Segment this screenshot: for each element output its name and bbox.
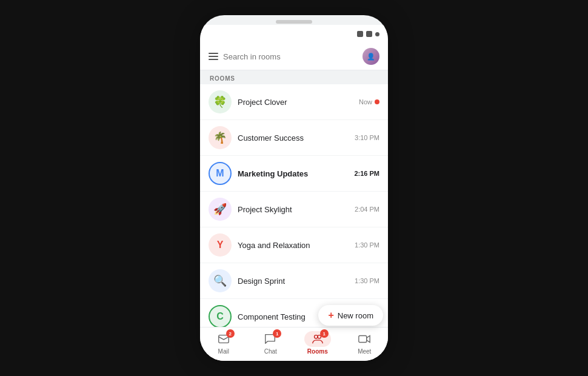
nav-icon-mail: 2	[210, 331, 237, 347]
room-item[interactable]: 🔍Design Sprint1:30 PM	[200, 263, 388, 299]
room-item[interactable]: 🌴Customer Success3:10 PM	[200, 120, 388, 156]
status-icon-2	[366, 31, 372, 37]
status-bar	[200, 25, 388, 43]
phone-notch	[276, 20, 312, 24]
room-info: Project Clover	[238, 96, 353, 107]
room-name: Project Clover	[238, 98, 287, 107]
room-avatar: C	[209, 305, 232, 328]
svg-rect-3	[359, 336, 367, 343]
new-room-fab-label: New room	[338, 311, 373, 320]
nav-badge-rooms: 1	[320, 329, 329, 338]
room-item[interactable]: 🍀Project CloverNow	[200, 84, 388, 120]
room-info: Marketing Updates	[238, 168, 348, 179]
room-avatar: 🚀	[209, 198, 232, 221]
room-avatar: 🔍	[209, 269, 232, 292]
room-avatar: M	[209, 162, 232, 185]
room-name: Design Sprint	[238, 277, 285, 286]
room-item[interactable]: MMarketing Updates2:16 PM	[200, 156, 388, 192]
room-name: Marketing Updates	[238, 169, 308, 178]
svg-point-1	[314, 335, 318, 339]
nav-label-meet: Meet	[358, 348, 371, 355]
nav-label-rooms: Rooms	[307, 348, 328, 355]
room-name: Project Skylight	[238, 205, 292, 214]
status-dot	[375, 32, 379, 36]
room-name: Component Testing	[238, 312, 306, 321]
nav-icon-rooms: 1	[304, 331, 331, 347]
room-name: Customer Success	[238, 133, 304, 143]
nav-item-rooms[interactable]: 1Rooms	[294, 331, 341, 355]
bottom-nav: 2Mail1Chat1RoomsMeet	[200, 327, 388, 361]
room-info: Yoga and Relaxation	[238, 240, 349, 250]
room-time: 1:30 PM	[355, 277, 379, 284]
room-avatar: 🍀	[209, 90, 232, 113]
room-avatar: 🌴	[209, 126, 232, 149]
rooms-section-label: ROOMS	[200, 70, 388, 84]
room-info: Project Skylight	[238, 204, 349, 215]
room-item[interactable]: YYoga and Relaxation1:30 PM	[200, 227, 388, 263]
room-time: Now	[359, 98, 379, 106]
search-bar: 👤	[200, 43, 388, 70]
room-time: 2:16 PM	[354, 170, 379, 177]
unread-dot	[375, 99, 379, 104]
nav-icon-chat: 1	[257, 331, 284, 347]
nav-label-mail: Mail	[218, 348, 229, 355]
room-time: 3:10 PM	[355, 134, 379, 141]
search-input[interactable]	[223, 52, 358, 61]
room-name: Yoga and Relaxation	[238, 241, 310, 250]
nav-icon-meet	[351, 331, 378, 347]
plus-icon: +	[328, 310, 333, 321]
nav-item-chat[interactable]: 1Chat	[247, 331, 295, 355]
room-info: Customer Success	[238, 132, 349, 143]
room-info: Design Sprint	[238, 275, 349, 286]
phone-shell: 👤 ROOMS 🍀Project CloverNow🌴Customer Succ…	[200, 15, 388, 361]
new-room-fab[interactable]: + New room	[318, 305, 383, 326]
room-time: 2:04 PM	[355, 206, 379, 213]
nav-item-meet[interactable]: Meet	[341, 331, 389, 355]
status-icon-1	[357, 31, 363, 37]
room-item[interactable]: 🚀Project Skylight2:04 PM	[200, 192, 388, 227]
nav-badge-chat: 1	[273, 329, 281, 338]
room-time: 1:30 PM	[355, 241, 379, 249]
room-avatar: Y	[209, 233, 232, 257]
avatar[interactable]: 👤	[362, 48, 379, 65]
nav-badge-mail: 2	[226, 329, 235, 338]
hamburger-icon[interactable]	[209, 53, 218, 60]
nav-item-mail[interactable]: 2Mail	[200, 331, 247, 355]
nav-label-chat: Chat	[264, 348, 277, 355]
